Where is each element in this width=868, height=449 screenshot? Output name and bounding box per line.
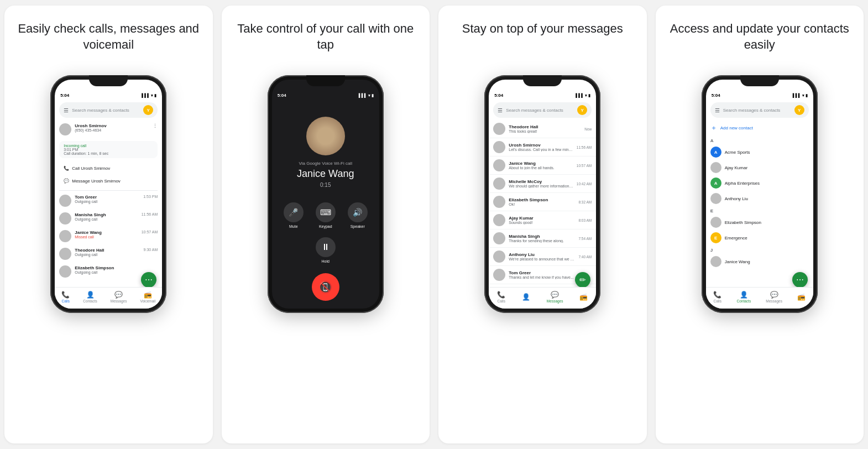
nav-calls-3[interactable]: 📞 Calls [497, 291, 505, 303]
search-bar-3[interactable]: ☰ Search messages & contacts Y [493, 102, 592, 118]
fab-3[interactable]: ✏ [575, 272, 590, 288]
section-label-a: A [706, 136, 813, 144]
screen-2: 5:04 ▌▌▌ ▾ ▮ Via Google Voice Wi-Fi call… [272, 80, 379, 309]
msg-item-3[interactable]: Michelle McCoy We should gather more inf… [489, 175, 596, 193]
speaker-icon: 🔊 [353, 208, 362, 217]
voicemail-nav-icon-4: 📻 [797, 293, 806, 301]
msg-item-2[interactable]: Janice Wang About to join the all hands.… [489, 156, 596, 175]
contact-avatar-ajay [710, 162, 721, 173]
call-time-4: 9:30 AM [144, 248, 158, 252]
nav-calls-1[interactable]: 📞 Calls [61, 291, 70, 303]
call-info-0: Urosh Smirnov (650) 435-4634 [75, 123, 149, 132]
fab-4[interactable]: ⋯ [792, 272, 808, 288]
nav-calls-label-3: Calls [497, 299, 505, 303]
contact-acme[interactable]: A Acme Sports [706, 144, 813, 160]
msg-item-7[interactable]: Anthony Liu We're pleased to announce th… [489, 248, 596, 266]
nav-contacts-4[interactable]: 👤 Contacts [737, 291, 751, 303]
bottom-nav-3: 📞 Calls 👤 💬 Messages 📻 [489, 287, 596, 309]
hold-button[interactable]: ⏸ Hold [272, 233, 379, 268]
hamburger-icon-1[interactable]: ☰ [64, 107, 69, 113]
nav-contacts-label-4: Contacts [737, 299, 751, 303]
nav-voicemail-3[interactable]: 📻 [579, 293, 588, 301]
wifi-icon: ▾ [151, 93, 153, 98]
msg-name-3: Michelle McCoy [509, 179, 573, 184]
nav-contacts-3[interactable]: 👤 [522, 293, 530, 301]
nav-calls-label: Calls [62, 299, 70, 303]
msg-time-1: 11:56 AM [577, 145, 592, 149]
call-avatar-0 [59, 123, 71, 135]
phone-frame-3: 5:04 ▌▌▌ ▾ ▮ ☰ Search messages & contact… [484, 75, 600, 313]
msg-item-0[interactable]: Theodore Hall This looks great! Now [489, 120, 596, 138]
fab-1[interactable]: ⋯ [141, 272, 156, 288]
mute-button[interactable]: 🎤 Mute [284, 202, 304, 228]
mute-label: Mute [289, 224, 298, 228]
search-text-4: Search messages & contacts [723, 108, 791, 113]
nav-contacts-1[interactable]: 👤 Contacts [83, 291, 97, 303]
search-bar-1[interactable]: ☰ Search messages & contacts Y [59, 102, 158, 118]
contact-avatar-alpha: A [710, 177, 721, 189]
nav-calls-label-4: Calls [714, 299, 721, 303]
phone-frame-1: 5:04 ▌▌▌ ▾ ▮ ☰ Search messages & contact… [50, 75, 166, 313]
messages-nav-icon-3: 💬 [551, 291, 559, 299]
nav-voicemail-1[interactable]: 📻 Voicemail [140, 291, 155, 303]
caller-name: Janice Wang [297, 168, 354, 180]
status-icons-3: ▌▌▌ ▾ ▮ [576, 93, 590, 98]
msg-time-0: Now [584, 127, 592, 131]
msg-item-4[interactable]: Elizabeth Simpson Ok! 8:32 AM [489, 193, 596, 211]
nav-voicemail-4[interactable]: 📻 [797, 293, 806, 301]
wifi-icon-3: ▾ [585, 93, 587, 98]
screen-4: 5:04 ▌▌▌ ▾ ▮ ☰ Search messages & contact… [706, 80, 813, 309]
add-contact-label: Add new contact [720, 126, 753, 130]
nav-calls-4[interactable]: 📞 Calls [713, 291, 721, 303]
time-4: 5:04 [712, 93, 720, 98]
keypad-button[interactable]: ⌨ Keypad [316, 202, 336, 228]
call-duration-0: Call duration: 1 min, 8 sec [64, 152, 153, 155]
more-icon-0[interactable]: ⋮ [153, 123, 158, 129]
contact-emergence[interactable]: E Emergence [706, 230, 813, 246]
msg-item-6[interactable]: Manisha Singh Thanks for sending these a… [489, 229, 596, 248]
user-avatar-3: Y [577, 105, 587, 115]
call-action-label: Call Urosh Smirnov [72, 166, 110, 171]
msg-item-5[interactable]: Ajay Kumar Sounds good! 8:03 AM [489, 211, 596, 229]
status-icons-4: ▌▌▌ ▾ ▮ [793, 93, 808, 98]
add-contact-row[interactable]: ＋ Add new contact [706, 120, 813, 136]
call-action-message[interactable]: 💬 Message Urosh Smirnov [59, 176, 125, 186]
voicemail-nav-icon-1: 📻 [144, 291, 152, 299]
msg-time-2: 10:57 AM [577, 164, 592, 168]
user-avatar-4: Y [794, 105, 804, 115]
call-name-2: Manisha Singh [75, 212, 138, 217]
hamburger-icon-3[interactable]: ☰ [498, 107, 503, 113]
call-item-2: Manisha Singh Outgoing call 11:56 AM [55, 210, 162, 227]
msg-item-1[interactable]: Urosh Smirnov Let's discuss. Call you in… [489, 138, 596, 156]
search-bar-4[interactable]: ☰ Search messages & contacts Y [710, 102, 809, 118]
signal-icon: ▌▌▌ [142, 93, 150, 97]
msg-preview-0: This looks great! [509, 129, 581, 133]
calls-nav-icon-4: 📞 [713, 291, 721, 299]
contact-avatar-emergence: E [710, 232, 721, 243]
nav-messages-1[interactable]: 💬 Messages [111, 291, 127, 303]
contact-janice[interactable]: Janice Wang [706, 254, 813, 269]
end-call-button[interactable]: 📵 [312, 273, 339, 301]
contact-ajay[interactable]: Ajay Kumar [706, 160, 813, 175]
panel4-title: Access and update your contacts easily [666, 21, 854, 65]
call-avatar-4 [59, 248, 71, 260]
msg-preview-3: We should gather more information on... [509, 184, 573, 188]
hamburger-icon-4[interactable]: ☰ [715, 107, 720, 113]
contact-elizabeth[interactable]: Elizabeth Simpson [706, 215, 813, 230]
nav-messages-4[interactable]: 💬 Messages [766, 291, 782, 303]
call-detail-box: Incoming call 3:01 PM Call duration: 1 m… [59, 141, 158, 158]
user-avatar-1: Y [143, 105, 153, 115]
signal-icon-3: ▌▌▌ [576, 93, 584, 97]
contact-name-emergence: Emergence [725, 236, 747, 241]
msg-action-icon: 💬 [64, 179, 69, 184]
msg-time-7: 7:40 AM [578, 255, 592, 259]
contact-anthony[interactable]: Anthony Liu [706, 191, 813, 206]
speaker-button[interactable]: 🔊 Speaker [348, 202, 368, 228]
nav-messages-3[interactable]: 💬 Messages [547, 291, 563, 303]
call-action-call[interactable]: 📞 Call Urosh Smirnov [59, 164, 114, 173]
signal-icon-4: ▌▌▌ [793, 93, 801, 97]
panel2-title: Take control of your call with one tap [232, 21, 420, 65]
phone-frame-4: 5:04 ▌▌▌ ▾ ▮ ☰ Search messages & contact… [702, 75, 818, 313]
wifi-icon-4: ▾ [802, 93, 804, 98]
contact-alpha[interactable]: A Alpha Enterprises [706, 175, 813, 191]
